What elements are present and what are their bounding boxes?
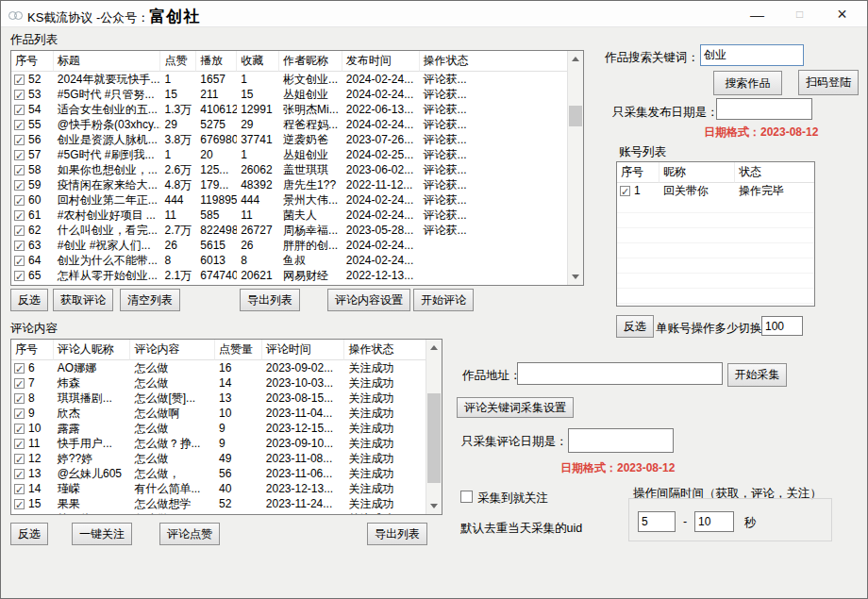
scroll-down-icon[interactable] [426,498,442,514]
column-header[interactable]: 序号 [617,162,659,183]
comments-table-row[interactable]: 9 欣杰 怎么做啊 10 2023-11-04... 关注成功 [11,406,426,421]
comments-table-row[interactable]: 10 露露 怎么做 9 2023-12-15... 关注成功 [11,421,426,436]
works-table-row[interactable]: 60 回村创业第二年正... 444 119895 444 景州大伟... 20… [11,192,567,208]
comments-table-row[interactable]: 8 琪琪播剧... 怎么做[赞]... 13 2023-08-15... 关注成… [11,391,426,406]
column-header[interactable]: 评论内容 [130,340,215,360]
works-table-row[interactable]: 64 创业为什么不能带... 8 6013 8 鱼叔 2024-02-24... [11,253,567,268]
accounts-invert-button[interactable]: 反选 [616,315,654,338]
interval-max-input[interactable] [694,511,734,532]
comments-table-row[interactable]: 6 AO娜娜 怎么做 16 2023-09-02... 关注成功 [11,360,426,375]
interval-min-input[interactable] [638,511,676,532]
comments-table-row[interactable]: 11 快手用户... 怎么做？挣... 9 2023-09-10... 关注成功 [11,436,426,451]
comments-table-row[interactable]: 12 婷??婷 怎么做 49 2023-11-08... 关注成功 [11,451,426,466]
account-switch-input[interactable] [761,316,803,336]
column-header[interactable]: 昵称 [659,162,735,183]
comments-table-row[interactable]: 16 第凡信 怎么做 94 2024-01-07... 关注成功 [11,511,426,515]
column-header[interactable]: 评论时间 [262,340,345,360]
column-header[interactable]: 标题 [54,51,161,72]
column-header[interactable]: 序号 [11,340,54,360]
search-keyword-input[interactable] [700,44,804,66]
works-invert-button[interactable]: 反选 [10,289,48,311]
works-table-row[interactable]: 59 疫情闲在家来给大... 4.8万 179... 48392 唐先生1?? … [11,177,567,192]
works-table-row[interactable]: 62 什么叫创业，看完... 2.7万 822498 26727 周杨幸福...… [11,223,567,238]
row-checkbox[interactable] [14,424,25,434]
column-header[interactable]: 状态 [735,162,814,183]
follow-on-collect-checkbox[interactable] [460,491,473,503]
comment-settings-button[interactable]: 评论内容设置 [327,289,410,311]
maximize-button[interactable]: □ [778,1,821,27]
works-scroll-thumb[interactable] [569,106,582,126]
start-collect-button[interactable]: 开始采集 [727,363,787,387]
works-table-row[interactable]: 54 适合女生创业的五... 1.3万 410612 12991 张明杰Mi..… [11,102,567,117]
export-comments-button[interactable]: 导出列表 [367,523,427,545]
row-checkbox[interactable] [620,186,630,196]
row-checkbox[interactable] [14,514,25,516]
works-table-row[interactable]: 57 #5G时代 #刷到我... 1 20 1 丛姐创业 2024-02-25.… [11,147,567,162]
works-table-row[interactable]: 61 #农村创业好项目 ... 11 585 11 菌夫人 2024-02-24… [11,208,567,223]
works-scrollbar[interactable] [567,51,583,285]
row-checkbox[interactable] [14,363,25,374]
column-header[interactable]: 发布时间 [342,51,420,72]
row-checkbox[interactable] [14,408,25,419]
column-header[interactable]: 操作状态 [344,340,426,360]
row-checkbox[interactable] [14,180,25,191]
comments-invert-button[interactable]: 反选 [10,523,48,545]
works-table-row[interactable]: 53 #5G时代 #只管努... 15 211 15 丛姐创业 2024-02-… [11,87,567,102]
row-checkbox[interactable] [14,165,25,175]
row-checkbox[interactable] [14,241,25,251]
works-table-row[interactable]: 55 @快手粉条(03xhcy... 29 5275 29 程爸程妈... 20… [11,117,567,132]
search-works-button[interactable]: 搜索作品 [713,71,782,95]
row-checkbox[interactable] [14,225,25,236]
accounts-table-row[interactable]: 1 回关带你 操作完毕 [617,183,814,198]
start-comment-button[interactable]: 开始评论 [413,289,474,311]
row-checkbox[interactable] [14,135,25,145]
row-checkbox[interactable] [14,195,25,206]
work-url-input[interactable] [517,362,723,385]
export-works-button[interactable]: 导出列表 [240,289,300,311]
works-table-row[interactable]: 63 #创业 #祝家人们... 26 5615 26 胖胖的创... 2024-… [11,238,567,253]
like-comments-button[interactable]: 评论点赞 [159,523,220,545]
comments-table-row[interactable]: 14 瑾嵘 有什么简单... 40 2023-12-13... 关注成功 [11,481,426,496]
works-table-row[interactable]: 58 如果你也想创业，... 2.6万 125... 26062 盖世琪琪 20… [11,162,567,177]
scroll-down-icon[interactable] [568,269,583,285]
works-table-row[interactable]: 65 怎样从零开始创业... 2.1万 674740 20621 网易财经 20… [11,268,567,283]
row-checkbox[interactable] [14,150,25,160]
column-header[interactable]: 点赞 [160,51,196,72]
row-checkbox[interactable] [14,105,25,115]
comments-table-row[interactable]: 7 炜森 怎么做 14 2023-10-03... 关注成功 [11,375,426,391]
clear-list-button[interactable]: 清空列表 [120,289,180,311]
row-checkbox[interactable] [14,378,25,389]
column-header[interactable]: 点赞量 [215,340,262,360]
comment-keyword-settings-button[interactable]: 评论关键词采集设置 [457,397,574,418]
follow-all-button[interactable]: 一键关注 [72,523,132,545]
qr-login-button[interactable]: 扫码登陆 [798,70,859,95]
row-checkbox[interactable] [14,90,25,100]
column-header[interactable]: 作者昵称 [279,51,342,72]
scroll-up-icon[interactable] [568,51,583,67]
minimize-button[interactable]: — [736,1,778,27]
column-header[interactable]: 播放 [196,51,237,72]
column-header[interactable]: 序号 [11,51,54,72]
works-table-row[interactable]: 52 2024年就要玩快手... 1 1657 1 彬文创业... 2024-0… [11,72,567,87]
row-checkbox[interactable] [14,271,25,281]
fetch-comments-button[interactable]: 获取评论 [53,289,113,311]
column-header[interactable]: 收藏 [237,51,279,72]
row-checkbox[interactable] [14,454,25,464]
comments-table-row[interactable]: 13 @幺妹儿605 怎么做， 56 2023-11-06... 关注成功 [11,466,426,481]
comments-table-row[interactable]: 15 果果 怎么做想学 52 2023-11-24... 关注成功 [11,496,426,511]
row-checkbox[interactable] [14,439,25,449]
column-header[interactable]: 评论人昵称 [54,340,131,360]
scroll-up-icon[interactable] [426,340,442,356]
works-table-row[interactable]: 56 创业是资源人脉机... 3.8万 676980 37741 逆袭奶爸 20… [11,132,567,147]
comments-scroll-thumb[interactable] [427,393,441,483]
row-checkbox[interactable] [14,210,25,221]
row-checkbox[interactable] [14,120,25,130]
row-checkbox[interactable] [14,256,25,266]
row-checkbox[interactable] [14,499,25,509]
row-checkbox[interactable] [14,75,25,85]
column-header[interactable]: 操作状态 [420,51,567,72]
row-checkbox[interactable] [14,393,25,404]
comments-scrollbar[interactable] [426,340,442,514]
comment-date-input[interactable] [568,428,674,453]
row-checkbox[interactable] [14,469,25,479]
